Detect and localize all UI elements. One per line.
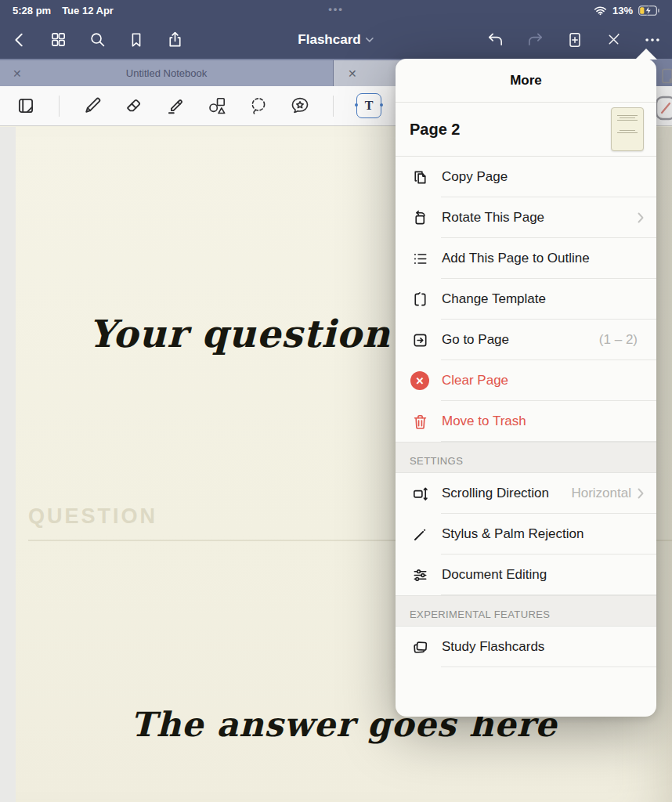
menu-label: Clear Page xyxy=(442,373,644,388)
page-2-row[interactable]: Page 2 xyxy=(396,103,656,157)
outline-list-icon xyxy=(410,250,430,268)
highlighter-tool-icon[interactable] xyxy=(165,96,186,116)
settings-section-header: SETTINGS xyxy=(396,442,656,473)
multitask-dots-icon[interactable]: ••• xyxy=(328,3,344,15)
page-2-thumbnail[interactable] xyxy=(611,107,644,151)
menu-item-copy-page[interactable]: Copy Page xyxy=(396,157,656,197)
menu-item-move-to-trash[interactable]: Move to Trash xyxy=(396,401,656,442)
menu-item-go-to-page[interactable]: Go to Page (1 – 2) xyxy=(396,320,656,360)
menu-item-stylus-palm-rejection[interactable]: Stylus & Palm Rejection xyxy=(396,514,656,555)
nav-bar: Flashcard xyxy=(0,20,672,59)
new-tab-icon[interactable] xyxy=(658,67,672,85)
pen-tool-icon[interactable] xyxy=(82,96,103,116)
experimental-section-header: EXPERIMENTAL FEATURES xyxy=(396,595,656,627)
tab-second[interactable]: ✕ xyxy=(334,60,401,86)
chevron-right-icon xyxy=(638,212,644,223)
redo-button[interactable] xyxy=(526,31,544,49)
scrolling-direction-value: Horizontal xyxy=(571,486,631,501)
page-2-label: Page 2 xyxy=(410,121,611,139)
tab-label: Untitled Notebook xyxy=(126,67,207,79)
menu-label: Add This Page to Outline xyxy=(442,251,644,266)
battery-charging-icon xyxy=(638,5,659,16)
text-tool-selected[interactable]: T xyxy=(356,93,381,118)
clear-page-icon: ✕ xyxy=(410,371,430,390)
deselect-tool-button[interactable] xyxy=(605,31,622,48)
clock-date: Tue 12 Apr xyxy=(62,5,114,16)
tab-close-icon[interactable]: ✕ xyxy=(13,68,22,79)
rotate-page-icon xyxy=(410,209,430,227)
tab-close-icon[interactable]: ✕ xyxy=(348,68,357,79)
text-tool-glyph: T xyxy=(365,99,374,113)
search-button[interactable] xyxy=(89,31,107,49)
add-page-button[interactable] xyxy=(566,31,583,49)
menu-label: Change Template xyxy=(442,291,644,307)
more-button[interactable] xyxy=(644,31,661,49)
bookmark-button[interactable] xyxy=(128,31,145,49)
copy-page-icon xyxy=(410,168,430,186)
menu-label: Document Editing xyxy=(442,567,644,583)
popover-title: More xyxy=(396,59,656,103)
document-title: Flashcard xyxy=(298,32,360,48)
menu-item-study-flashcards[interactable]: Study Flashcards xyxy=(396,627,656,667)
toolbar-divider xyxy=(59,96,60,117)
menu-label: Copy Page xyxy=(442,169,644,185)
back-button[interactable] xyxy=(11,31,28,49)
menu-label: Rotate This Page xyxy=(442,210,638,226)
tab-untitled-notebook[interactable]: ✕ Untitled Notebook xyxy=(0,60,334,86)
chevron-right-icon xyxy=(638,488,644,499)
status-bar: 5:28 pm Tue 12 Apr ••• 13% xyxy=(0,0,672,20)
pen-color-swatch[interactable] xyxy=(655,96,672,121)
share-button[interactable] xyxy=(166,31,184,49)
page-range-value: (1 – 2) xyxy=(599,332,638,348)
menu-item-scrolling-direction[interactable]: Scrolling Direction Horizontal xyxy=(396,473,656,514)
question-placeholder-label: QUESTION xyxy=(28,504,157,529)
change-template-icon xyxy=(410,291,430,309)
thumbnails-grid-button[interactable] xyxy=(49,31,67,49)
eraser-tool-icon[interactable] xyxy=(124,96,144,116)
lasso-tool-icon[interactable] xyxy=(248,96,269,116)
menu-label: Move to Trash xyxy=(442,414,644,429)
popover-arrow xyxy=(635,49,657,60)
menu-label: Study Flashcards xyxy=(442,639,644,655)
clock-time: 5:28 pm xyxy=(13,5,51,16)
document-title-menu[interactable]: Flashcard xyxy=(298,20,374,59)
flashcards-icon xyxy=(410,638,430,656)
menu-item-add-to-outline[interactable]: Add This Page to Outline xyxy=(396,238,656,279)
menu-label: Go to Page xyxy=(442,332,599,348)
stickers-tool-icon[interactable] xyxy=(290,96,310,116)
page-view-mode-icon[interactable] xyxy=(16,96,36,116)
menu-label: Scrolling Direction xyxy=(442,486,571,501)
scrolling-direction-icon xyxy=(410,485,430,503)
shapes-tool-icon[interactable] xyxy=(207,96,227,116)
stylus-icon xyxy=(410,526,430,544)
undo-button[interactable] xyxy=(486,31,504,49)
trash-icon xyxy=(410,413,430,431)
document-editing-sliders-icon xyxy=(410,566,430,584)
wifi-icon xyxy=(594,5,607,16)
go-to-page-icon xyxy=(410,331,430,349)
menu-item-document-editing[interactable]: Document Editing xyxy=(396,555,656,595)
more-popover: More Page 2 Copy Page Rotate This Page A… xyxy=(396,59,656,717)
menu-item-change-template[interactable]: Change Template xyxy=(396,279,656,320)
menu-item-rotate-page[interactable]: Rotate This Page xyxy=(396,197,656,238)
battery-percent: 13% xyxy=(612,5,633,16)
menu-item-clear-page[interactable]: ✕ Clear Page xyxy=(396,360,656,401)
toolbar-divider xyxy=(333,96,334,117)
menu-label: Stylus & Palm Rejection xyxy=(442,526,644,542)
